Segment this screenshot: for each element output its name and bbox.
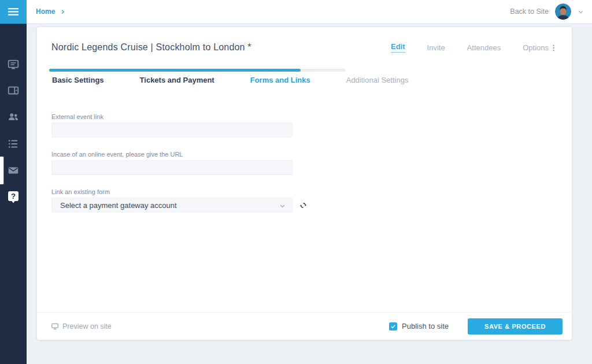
external-link-field: External event link xyxy=(51,113,329,138)
sidebar-item-help[interactable]: ? xyxy=(7,190,20,204)
monitor-icon xyxy=(51,322,59,330)
header-actions: Edit Invite Attendees Options ⋮ xyxy=(391,42,557,53)
topbar-right: Back to Site xyxy=(510,3,592,20)
back-to-site-link[interactable]: Back to Site xyxy=(510,8,549,16)
forms-and-links-form: External event link Incase of an online … xyxy=(51,113,329,226)
menu-toggle-button[interactable] xyxy=(0,0,27,24)
breadcrumb: Home xyxy=(36,8,65,16)
chevron-down-icon xyxy=(279,203,286,209)
partial-tooltip-edge xyxy=(0,157,4,184)
list-icon xyxy=(7,138,20,150)
check-icon xyxy=(390,324,396,329)
sidebar-item-messages[interactable] xyxy=(7,164,20,177)
users-icon xyxy=(7,110,20,123)
chevron-down-icon[interactable] xyxy=(578,9,584,15)
step-basic-settings[interactable]: Basic Settings xyxy=(52,76,104,84)
wizard-steps: Basic Settings Tickets and Payment Forms… xyxy=(52,76,408,84)
wizard-progress-track xyxy=(49,69,345,72)
step-tickets-payment[interactable]: Tickets and Payment xyxy=(140,76,214,84)
svg-text:?: ? xyxy=(11,192,16,200)
window-layout-icon xyxy=(7,84,20,97)
preview-on-site-link[interactable]: Preview on site xyxy=(51,322,112,330)
external-link-input[interactable] xyxy=(51,122,293,138)
breadcrumb-home-link[interactable]: Home xyxy=(36,8,55,16)
kebab-menu-icon: ⋮ xyxy=(550,44,557,51)
external-link-label: External event link xyxy=(51,113,329,120)
mail-icon xyxy=(7,164,20,177)
existing-form-select[interactable]: Select a payment gateway account xyxy=(51,198,293,213)
avatar[interactable] xyxy=(555,3,571,20)
online-event-url-label: Incase of an online event, please give t… xyxy=(51,151,329,158)
event-settings-card: Nordic Legends Cruise | Stockholm to Lon… xyxy=(37,27,572,340)
publish-to-site-label: Publish to site xyxy=(402,322,449,330)
progress-fill xyxy=(49,69,301,72)
step-additional-settings[interactable]: Additional Settings xyxy=(346,76,409,84)
page-title: Nordic Legends Cruise | Stockholm to Lon… xyxy=(51,42,251,53)
sidebar-item-lists[interactable] xyxy=(7,137,20,151)
tab-attendees[interactable]: Attendees xyxy=(467,43,501,52)
card-footer: Preview on site Publish to site SAVE & P… xyxy=(37,312,572,340)
tab-options[interactable]: Options ⋮ xyxy=(523,43,557,52)
publish-checkbox[interactable] xyxy=(389,322,397,330)
chevron-right-icon xyxy=(60,9,65,14)
options-label: Options xyxy=(523,43,549,52)
sidebar-item-pages[interactable] xyxy=(7,84,20,98)
sidebar-item-billboard[interactable] xyxy=(7,58,20,72)
refresh-icon xyxy=(299,202,307,209)
preview-label: Preview on site xyxy=(62,322,112,330)
footer-right: Publish to site SAVE & PROCEED xyxy=(389,318,563,335)
sidebar: ? xyxy=(0,24,27,364)
refresh-button[interactable] xyxy=(299,202,307,209)
tab-edit[interactable]: Edit xyxy=(391,42,405,53)
existing-form-label: Link an existing form xyxy=(51,188,329,195)
topbar: Home Back to Site xyxy=(0,0,592,24)
select-value: Select a payment gateway account xyxy=(60,201,177,210)
card-header: Nordic Legends Cruise | Stockholm to Lon… xyxy=(37,27,572,53)
online-event-url-input[interactable] xyxy=(51,160,293,175)
tab-invite[interactable]: Invite xyxy=(427,43,445,52)
hamburger-icon xyxy=(8,8,18,16)
billboard-icon xyxy=(7,58,20,71)
help-icon: ? xyxy=(7,190,20,204)
save-and-proceed-button[interactable]: SAVE & PROCEED xyxy=(468,318,563,335)
step-forms-links[interactable]: Forms and Links xyxy=(250,76,310,84)
online-event-url-field: Incase of an online event, please give t… xyxy=(51,151,329,175)
existing-form-field: Link an existing form Select a payment g… xyxy=(51,188,329,213)
sidebar-item-members[interactable] xyxy=(7,110,20,124)
